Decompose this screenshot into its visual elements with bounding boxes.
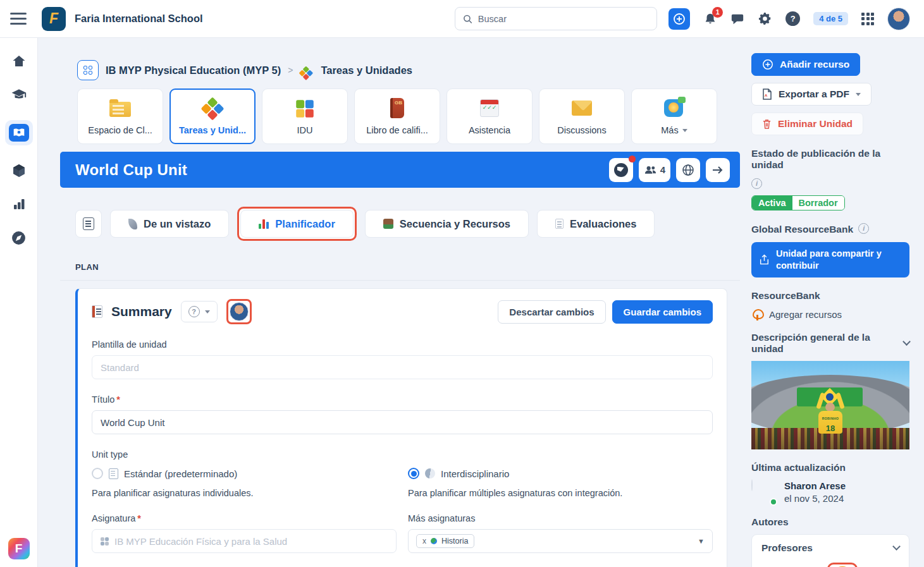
top-bar: F Faria International School 1 [0,0,924,38]
tasks-units-icon [300,63,314,77]
nav-resources-icon[interactable] [11,162,27,179]
add-resources-link[interactable]: Agregar recursos [751,309,909,320]
members-button[interactable]: 4 [639,158,670,182]
quill-icon [128,219,137,229]
question-icon: ? [188,306,200,317]
historia-chip[interactable]: x Historia [416,534,474,548]
share-unit-button[interactable]: Unidad para compartir y contribuir [751,242,909,277]
global-resourcebank-title: Global ResourceBank [751,223,853,234]
tab-evaluaciones[interactable]: Evaluaciones [537,210,655,238]
summary-card: Summary ? Descartar cambios Guardar camb… [75,288,727,567]
class-switcher-button[interactable] [77,60,99,80]
stream-button[interactable] [609,158,633,182]
template-input[interactable] [92,355,713,379]
unit-type-standard-option[interactable]: Estándar (predeterminado) [92,468,397,479]
authors-title: Autores [751,516,909,528]
tab-de-un-vistazo[interactable]: De un vistazo [110,210,229,238]
pdf-icon: A [762,88,772,100]
plus-circle-icon [673,13,686,25]
chevron-down-icon[interactable] [892,542,901,551]
status-toggle: Activa Borrador [751,195,845,210]
classroom-icon [108,98,133,119]
faria-logo[interactable]: F [42,7,66,31]
list-icon [83,217,94,230]
user-avatar[interactable] [887,8,910,30]
card-discussions[interactable]: Discussions [539,88,625,144]
card-idu[interactable]: IDU [262,88,348,144]
breadcrumb-course[interactable]: IB MYP Physical Education (MYP 5) [106,64,281,76]
stream-icon [614,163,628,177]
faria-footer-logo[interactable]: F [8,538,30,559]
next-unit-button[interactable] [706,158,730,182]
help-dropdown-button[interactable]: ? [181,301,218,322]
notifications-button[interactable]: 1 [703,12,717,26]
app-launcher-icon[interactable] [861,13,874,25]
unit-banner: World Cup Unit 4 [60,152,740,188]
unit-type-label: Unit type [92,449,713,460]
plus-circle-icon [762,59,773,70]
add-resource-button[interactable]: Añadir recurso [751,53,860,76]
open-book-icon [9,124,29,142]
more-subjects-select[interactable]: x Historia ▼ [408,529,713,553]
search-box[interactable] [455,7,657,30]
unit-overview-title: Descripción general de la unidad [751,332,904,355]
toc-button[interactable] [75,210,102,238]
radio-unchecked[interactable] [92,468,103,479]
discussions-icon [569,98,594,119]
card-libro-de-calificaciones[interactable]: GB Libro de califi... [354,88,440,144]
help-button[interactable]: ? [785,11,800,26]
status-active-segment[interactable]: Activa [752,196,792,210]
nav-analytics-icon[interactable] [11,196,27,212]
select-caret-icon: ▼ [698,537,705,545]
nav-explore-icon[interactable] [11,229,27,246]
update-date: el nov 5, 2024 [784,493,846,504]
last-updater: Sharon Arese el nov 5, 2024 [751,480,909,505]
unit-type-interdisciplinary-option[interactable]: Interdisciplinario [408,468,713,479]
subject-input[interactable]: IB MYP Educación Física y para la Salud [92,529,397,553]
svg-text:A: A [765,94,768,97]
card-tareas-y-unidades[interactable]: Tareas y Unid... [169,88,256,144]
export-pdf-button[interactable]: A Exportar a PDF [751,83,872,106]
updater-avatar[interactable] [751,479,753,491]
standard-option-hint: Para planificar asignaturas individuales… [92,488,397,498]
status-draft-segment[interactable]: Borrador [792,196,844,210]
tab-secuencia-y-recursos[interactable]: Secuencia y Recursos [365,210,529,238]
quick-add-button[interactable] [668,8,690,30]
chevron-down-icon[interactable] [902,338,911,346]
discard-changes-button[interactable]: Descartar cambios [498,300,605,324]
page-icon [555,219,564,229]
radio-checked[interactable] [408,468,419,479]
card-mas[interactable]: Más [631,88,717,144]
publication-status-title: Estado de publicación de la unidad [751,148,909,171]
trash-icon [762,119,772,130]
nav-curriculum-item-active[interactable] [5,120,33,145]
save-changes-button[interactable]: Guardar cambios [612,300,713,324]
nav-home-icon[interactable] [11,53,27,70]
tree-icon [751,309,763,320]
notebook-icon [92,305,102,318]
language-button[interactable] [676,158,700,182]
settings-button[interactable] [758,11,772,26]
caret-down-icon [205,310,210,314]
messages-button[interactable] [730,12,744,26]
card-espacio-de-clases[interactable]: Espacio de Cl... [77,88,163,144]
search-input[interactable] [478,14,649,24]
card-asistencia[interactable]: ✓✓✓ Asistencia [447,88,533,144]
right-rail: Añadir recurso A Exportar a PDF Eliminar… [751,53,909,567]
delete-unit-button[interactable]: Eliminar Unidad [751,113,863,135]
tab-planificador[interactable]: Planificador [240,210,353,238]
chip-remove-icon[interactable]: x [422,537,426,546]
editor-avatar[interactable] [230,302,249,321]
nav-academics-icon[interactable] [11,87,27,103]
title-input[interactable] [92,410,713,434]
info-icon[interactable]: i [858,223,869,234]
breadcrumb-section[interactable]: Tareas y Unidades [321,64,412,76]
hamburger-menu-icon[interactable] [10,13,27,25]
unit-tabs: De un vistazo Planificador Secuencia y R… [75,207,725,241]
more-subjects-label: Más asignaturas [408,513,713,523]
school-name: Faria International School [75,13,203,25]
info-icon[interactable]: i [751,178,762,189]
idu-icon [292,98,317,119]
half-globe-icon [425,468,435,479]
alert-dot [629,155,636,162]
